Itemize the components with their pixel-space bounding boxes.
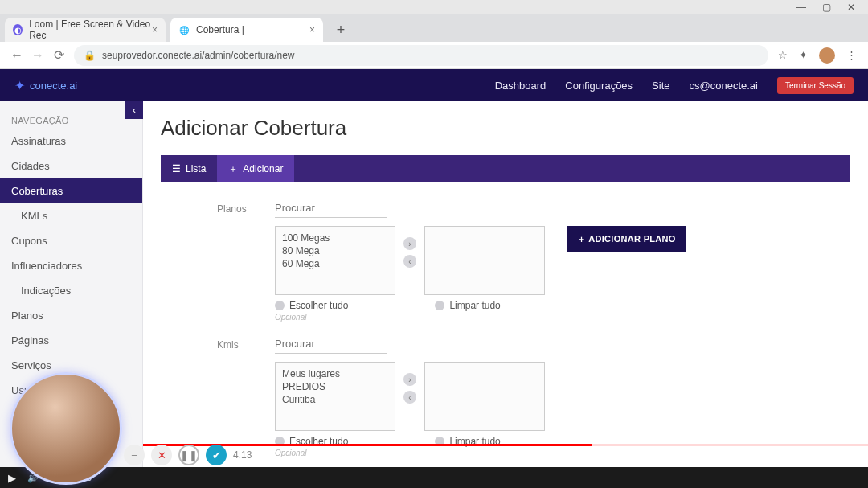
address-bar[interactable]: 🔒 seuprovedor.conecte.ai/admin/cobertura… xyxy=(74,45,768,66)
tab-lista[interactable]: ☰ Lista xyxy=(161,155,217,182)
window-maximize[interactable]: ▢ xyxy=(822,2,831,13)
move-left-button[interactable]: ‹ xyxy=(403,391,416,404)
play-button[interactable]: ▶ xyxy=(8,472,16,484)
window-controls: — ▢ ✕ xyxy=(0,0,868,14)
close-icon[interactable]: × xyxy=(152,24,158,35)
field-hint: Opcional xyxy=(275,313,818,322)
list-item[interactable]: 60 Mega xyxy=(282,257,388,270)
move-left-button[interactable]: ‹ xyxy=(403,255,416,268)
sidebar-item-paginas[interactable]: Páginas xyxy=(0,328,142,353)
browser-tab[interactable]: 🌐 Cobertura | × xyxy=(170,18,323,42)
sidebar-item-cupons[interactable]: Cupons xyxy=(0,228,142,253)
sidebar-item-indicacoes[interactable]: Indicações xyxy=(0,278,142,303)
content-tabs: ☰ Lista ＋ Adicionar xyxy=(161,155,850,182)
sidebar-item-planos[interactable]: Planos xyxy=(0,303,142,328)
browser-toolbar: ← → ⟳ 🔒 seuprovedor.conecte.ai/admin/cob… xyxy=(0,42,868,69)
sidebar-item-assinaturas[interactable]: Assinaturas xyxy=(0,129,142,154)
logout-button[interactable]: Terminar Sessão xyxy=(777,77,854,94)
video-player-bar: ▶ 🔊 0:47 / 1:16 xyxy=(0,467,868,488)
brand-icon: ✦ xyxy=(14,78,25,93)
option-label: Escolher tudo xyxy=(289,300,348,311)
sidebar-item-influenciadores[interactable]: Influenciadores xyxy=(0,253,142,278)
list-item[interactable]: Meus lugares xyxy=(282,367,388,380)
window-close[interactable]: ✕ xyxy=(847,2,855,13)
loom-rewind-button[interactable]: − xyxy=(124,445,145,465)
planos-selected-list[interactable] xyxy=(424,226,545,295)
loom-favicon: ◐ xyxy=(13,24,23,35)
form-area: Planos 100 Megas 80 Mega 60 Mega › ‹ xyxy=(161,182,850,457)
planos-search-input[interactable] xyxy=(275,199,387,218)
sidebar-item-coberturas[interactable]: Coberturas xyxy=(0,178,142,203)
sidebar-item-kmls[interactable]: KMLs xyxy=(0,203,142,228)
sidebar-item-cidades[interactable]: Cidades xyxy=(0,154,142,178)
extensions-icon[interactable]: ✦ xyxy=(799,49,808,61)
tab-title: Cobertura | xyxy=(196,24,244,35)
brand-logo[interactable]: ✦ conecte.ai xyxy=(14,78,77,93)
radio-icon xyxy=(275,301,285,310)
nav-email[interactable]: cs@conecte.ai xyxy=(690,80,758,92)
url-text: seuprovedor.conecte.ai/admin/cobertura/n… xyxy=(102,50,294,61)
browser-tab[interactable]: ◐ Loom | Free Screen & Video Rec × xyxy=(5,18,166,42)
workspace: ‹ NAVEGAÇÃO Assinaturas Cidades Cobertur… xyxy=(0,101,868,467)
sidebar-section-label: NAVEGAÇÃO xyxy=(0,109,142,129)
transfer-buttons: › ‹ xyxy=(403,362,416,404)
loom-controls: − ✕ ❚❚ ✔ 4:13 xyxy=(124,445,252,465)
browser-tab-strip: ◐ Loom | Free Screen & Video Rec × 🌐 Cob… xyxy=(0,14,868,42)
header-nav: Dashboard Configurações Site cs@conecte.… xyxy=(495,77,854,94)
close-icon[interactable]: × xyxy=(309,24,315,35)
new-tab-button[interactable]: + xyxy=(331,20,350,39)
window-minimize[interactable]: — xyxy=(796,2,806,13)
field-hint: Opcional xyxy=(275,449,818,457)
list-icon: ☰ xyxy=(172,163,181,174)
kmls-available-list[interactable]: Meus lugares PREDIOS Curitiba xyxy=(275,362,395,431)
loom-presenter-bubble[interactable] xyxy=(10,372,122,485)
tab-title: Loom | Free Screen & Video Rec xyxy=(29,18,152,41)
globe-favicon: 🌐 xyxy=(178,24,190,35)
plus-icon: ＋ xyxy=(228,162,238,176)
loom-stop-button[interactable]: ✕ xyxy=(151,445,172,465)
menu-icon[interactable]: ⋮ xyxy=(846,49,857,61)
lock-icon: 🔒 xyxy=(84,50,96,61)
move-right-button[interactable]: › xyxy=(403,237,416,250)
field-planos: Planos 100 Megas 80 Mega 60 Mega › ‹ xyxy=(217,199,818,322)
kmls-selected-list[interactable] xyxy=(424,362,545,431)
list-item[interactable]: 80 Mega xyxy=(282,244,388,257)
list-item[interactable]: 100 Megas xyxy=(282,232,388,244)
nav-config[interactable]: Configurações xyxy=(565,80,633,92)
list-item[interactable]: Curitiba xyxy=(282,393,388,406)
page-title: Adicionar Cobertura xyxy=(161,116,850,141)
main-content: Adicionar Cobertura ☰ Lista ＋ Adicionar … xyxy=(143,101,868,467)
loom-done-button[interactable]: ✔ xyxy=(206,445,227,465)
field-label: Kmls xyxy=(217,334,275,457)
loom-clip-time: 4:13 xyxy=(233,449,252,461)
nav-site[interactable]: Site xyxy=(652,80,669,92)
choose-all-planos[interactable]: Escolher tudo xyxy=(275,300,348,311)
option-label: Limpar tudo xyxy=(449,300,500,311)
move-right-button[interactable]: › xyxy=(403,373,416,386)
forward-button[interactable]: → xyxy=(27,48,48,63)
reload-button[interactable]: ⟳ xyxy=(48,47,69,63)
planos-available-list[interactable]: 100 Megas 80 Mega 60 Mega xyxy=(275,226,395,295)
app-header: ✦ conecte.ai Dashboard Configurações Sit… xyxy=(0,69,868,101)
clear-all-planos[interactable]: Limpar tudo xyxy=(435,300,500,311)
list-item[interactable]: PREDIOS xyxy=(282,380,388,393)
tab-adicionar[interactable]: ＋ Adicionar xyxy=(217,155,294,182)
radio-icon xyxy=(435,301,444,310)
transfer-buttons: › ‹ xyxy=(403,226,416,268)
tab-label: Adicionar xyxy=(243,163,283,174)
sidebar-collapse-button[interactable]: ‹ xyxy=(125,101,143,119)
brand-text: conecte.ai xyxy=(30,80,77,92)
field-kmls: Kmls Meus lugares PREDIOS Curitiba › ‹ xyxy=(217,334,818,457)
add-plano-button[interactable]: ＋ ADICIONAR PLANO xyxy=(567,226,686,252)
button-label: ADICIONAR PLANO xyxy=(588,234,675,244)
back-button[interactable]: ← xyxy=(6,48,27,63)
kmls-search-input[interactable] xyxy=(275,334,387,354)
tab-label: Lista xyxy=(186,163,206,174)
profile-avatar[interactable] xyxy=(819,47,835,64)
field-label: Planos xyxy=(217,199,275,322)
nav-dashboard[interactable]: Dashboard xyxy=(495,80,547,92)
star-icon[interactable]: ☆ xyxy=(778,49,788,61)
loom-pause-button[interactable]: ❚❚ xyxy=(178,445,199,465)
